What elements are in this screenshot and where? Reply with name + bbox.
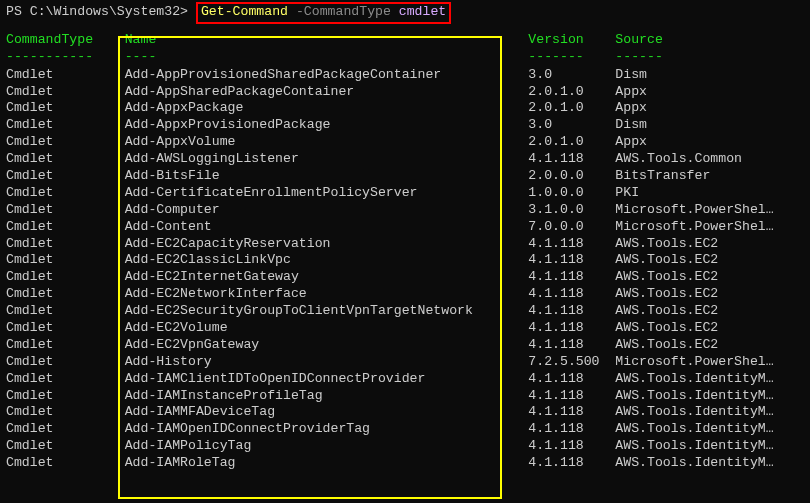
command-highlight-box: Get-Command -CommandType cmdlet (196, 2, 451, 24)
table-row: Cmdlet Add-EC2VpnGateway 4.1.118 AWS.Too… (6, 337, 804, 354)
table-row: Cmdlet Add-CertificateEnrollmentPolicySe… (6, 185, 804, 202)
table-header: CommandType Name Version Source (6, 32, 804, 49)
table-divider: ----------- ---- ------- ------ (6, 49, 804, 66)
command-name: Get-Command (201, 4, 288, 19)
table-row: Cmdlet Add-EC2NetworkInterface 4.1.118 A… (6, 286, 804, 303)
table-row: Cmdlet Add-IAMClientIDToOpenIDConnectPro… (6, 371, 804, 388)
table-row: Cmdlet Add-EC2Volume 4.1.118 AWS.Tools.E… (6, 320, 804, 337)
table-row: Cmdlet Add-Content 7.0.0.0 Microsoft.Pow… (6, 219, 804, 236)
table-row: Cmdlet Add-Computer 3.1.0.0 Microsoft.Po… (6, 202, 804, 219)
command-param: -CommandType (288, 4, 399, 19)
table-row: Cmdlet Add-AppSharedPackageContainer 2.0… (6, 84, 804, 101)
table-row: Cmdlet Add-AWSLoggingListener 4.1.118 AW… (6, 151, 804, 168)
terminal-output: PS C:\Windows\System32> Get-Command -Com… (0, 0, 810, 474)
table-row: Cmdlet Add-AppxVolume 2.0.1.0 Appx (6, 134, 804, 151)
table-row: Cmdlet Add-EC2InternetGateway 4.1.118 AW… (6, 269, 804, 286)
table-row: Cmdlet Add-EC2CapacityReservation 4.1.11… (6, 236, 804, 253)
table-row: Cmdlet Add-IAMInstanceProfileTag 4.1.118… (6, 388, 804, 405)
table-row: Cmdlet Add-IAMMFADeviceTag 4.1.118 AWS.T… (6, 404, 804, 421)
table-row: Cmdlet Add-IAMRoleTag 4.1.118 AWS.Tools.… (6, 455, 804, 472)
table-row: Cmdlet Add-AppxPackage 2.0.1.0 Appx (6, 100, 804, 117)
table-row: Cmdlet Add-History 7.2.5.500 Microsoft.P… (6, 354, 804, 371)
table-row: Cmdlet Add-AppxProvisionedPackage 3.0 Di… (6, 117, 804, 134)
table-row: Cmdlet Add-AppProvisionedSharedPackageCo… (6, 67, 804, 84)
table-row: Cmdlet Add-IAMOpenIDConnectProviderTag 4… (6, 421, 804, 438)
command-value: cmdlet (399, 4, 446, 19)
table-row: Cmdlet Add-EC2SecurityGroupToClientVpnTa… (6, 303, 804, 320)
table-row: Cmdlet Add-EC2ClassicLinkVpc 4.1.118 AWS… (6, 252, 804, 269)
table-row: Cmdlet Add-IAMPolicyTag 4.1.118 AWS.Tool… (6, 438, 804, 455)
prompt-line[interactable]: PS C:\Windows\System32> Get-Command -Com… (6, 2, 804, 24)
table-row: Cmdlet Add-BitsFile 2.0.0.0 BitsTransfer (6, 168, 804, 185)
table-body: Cmdlet Add-AppProvisionedSharedPackageCo… (6, 67, 804, 472)
prompt-prefix: PS C:\Windows\System32> (6, 4, 196, 19)
